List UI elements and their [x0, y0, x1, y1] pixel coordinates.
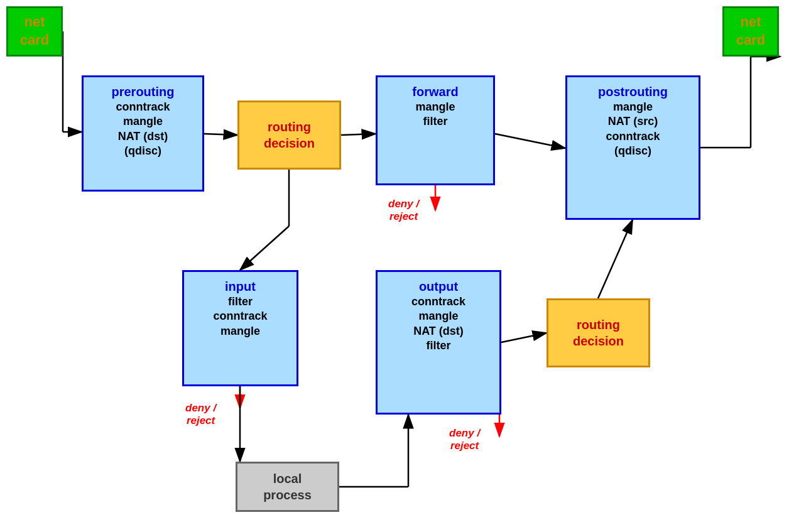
output-box: output conntrack mangle NAT (dst) filter [376, 270, 501, 415]
deny-label-input: deny /reject [185, 402, 216, 427]
svg-line-19 [598, 220, 633, 298]
deny-label-forward: deny /reject [388, 198, 419, 223]
prerouting-title: prerouting [90, 84, 196, 100]
postrouting-box: postrouting mangle NAT (src) conntrack (… [565, 75, 700, 220]
routing-decision-bottom: routing decision [547, 298, 650, 367]
local-process-box: local process [236, 462, 339, 512]
netcard-right: net card [722, 6, 779, 57]
svg-line-18 [501, 333, 547, 342]
postrouting-title: postrouting [574, 84, 692, 100]
forward-box: forward mangle filter [376, 75, 495, 185]
input-title: input [190, 278, 290, 295]
netcard-left: net card [6, 6, 63, 57]
output-title: output [384, 278, 493, 295]
routing-decision-top: routing decision [237, 100, 341, 170]
prerouting-box: prerouting conntrack mangle NAT (dst) (q… [82, 75, 204, 192]
forward-title: forward [384, 84, 487, 100]
svg-line-5 [341, 134, 376, 135]
input-box: input filter conntrack mangle [182, 270, 298, 386]
svg-line-4 [204, 134, 237, 135]
deny-label-output: deny /reject [449, 427, 480, 452]
svg-line-6 [495, 134, 565, 148]
svg-line-11 [240, 226, 289, 270]
